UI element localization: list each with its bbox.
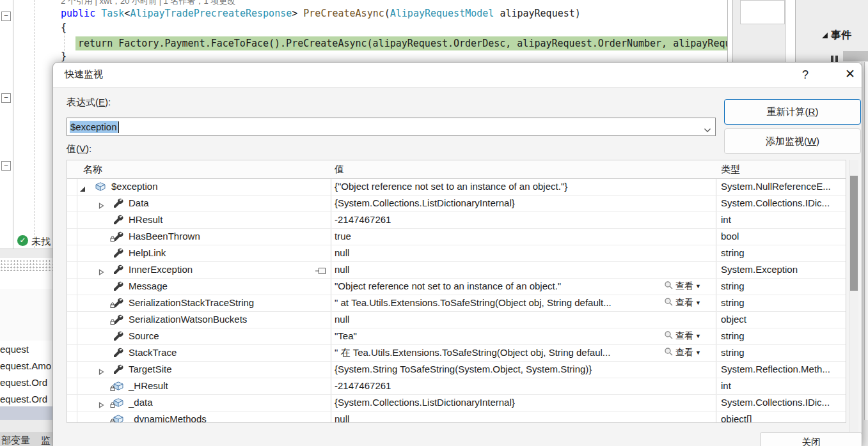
table-row[interactable]: StackTrace" 在 Tea.Utils.Extensions.ToSaf… [67,344,846,362]
member-type: object [721,314,845,325]
field-icon [113,397,125,408]
member-value[interactable]: -2147467261 [335,380,662,391]
lock-icon [110,399,115,410]
member-name: InnerException [129,264,193,275]
member-value[interactable]: "Object reference not set to an instance… [335,281,662,291]
code-line-signature[interactable]: public Task<AlipayTradePrecreateResponse… [61,8,581,19]
table-row[interactable]: _dynamicMethodsnullobject[] [67,411,846,423]
member-type: string [721,297,845,308]
window-tabs[interactable]: 部变量 监 [1,434,51,446]
table-row[interactable]: HResult-2147467261int [67,211,846,229]
expand-arrow-icon[interactable] [98,266,104,277]
view-button[interactable]: 查看▼ [664,330,714,342]
header-name[interactable]: 名称 [83,164,102,176]
member-value[interactable]: {System.Collections.ListDictionaryIntern… [335,397,662,408]
view-button-label: 查看 [675,347,693,358]
member-value[interactable]: -2147467261 [335,214,662,225]
dropdown-arrow-icon[interactable]: ▼ [695,350,701,356]
member-type: bool [721,231,845,242]
editor-scrollbar[interactable] [727,0,733,62]
member-value[interactable]: " 在 Tea.Utils.Extensions.ToSafeString(Ob… [335,347,662,359]
scrollbar-thumb[interactable] [850,176,858,291]
view-button[interactable]: 查看▼ [664,296,714,309]
wrench-icon [113,348,125,358]
exception-icon [95,181,107,192]
expression-label: 表达式(E): [67,96,111,109]
locals-row[interactable]: equest.Ord [0,394,52,406]
selected-row[interactable] [0,406,52,420]
table-header: 名称 值 类型 [67,160,846,179]
view-button[interactable]: 查看▼ [664,346,714,359]
expand-arrow-icon[interactable] [98,399,104,410]
dropdown-arrow-icon[interactable]: ▼ [695,333,701,339]
dropdown-arrow-icon[interactable]: ▼ [695,300,701,306]
member-name: StackTrace [129,347,177,358]
magnifier-icon [664,297,674,309]
collapse-arrow-icon[interactable] [79,183,86,194]
status-text: 未找 [31,236,51,248]
member-name: _data [129,397,153,408]
member-type: System.NullReferenceE... [721,181,845,192]
locals-row[interactable]: equest.Amo [0,360,52,373]
table-row[interactable]: Data{System.Collections.ListDictionaryIn… [67,195,846,212]
member-value[interactable]: null [335,314,662,325]
table-row[interactable]: _data{System.Collections.ListDictionaryI… [67,394,846,411]
expand-arrow-icon[interactable] [98,200,104,211]
member-value[interactable]: null [335,413,662,423]
code-fold-icon[interactable]: − [1,161,11,171]
member-value[interactable]: null [335,264,662,275]
help-button[interactable]: ? [796,66,814,84]
chevron-down-icon[interactable] [704,124,711,135]
member-value[interactable]: {System.String ToSafeString(System.Objec… [335,364,662,374]
code-line-return[interactable]: return Factory.Payment.FaceToFace().PreC… [78,38,789,49]
locals-row[interactable]: equest [0,344,52,357]
dropdown-arrow-icon[interactable]: ▼ [695,283,701,289]
header-value[interactable]: 值 [335,164,344,176]
close-icon[interactable]: ✕ [840,65,860,84]
code-line-close-brace[interactable]: } [61,50,67,62]
panel-splitter[interactable] [785,0,796,62]
reevaluate-button[interactable]: 重新计算(R) [724,99,861,125]
table-row[interactable]: InnerExceptionnullSystem.Exception [67,261,846,279]
wrench-icon [113,198,125,209]
codelens-info[interactable]: 2 个引用 | xwt，20 小时前 | 1 名作者，1 项更改 [61,0,235,7]
member-value[interactable]: "Tea" [335,330,662,341]
locals-row[interactable]: equest.Ord [0,377,52,390]
member-value[interactable]: true [335,231,662,242]
pin-icon[interactable] [315,266,327,277]
table-row[interactable]: Message"Object reference not set to an i… [67,278,846,295]
panel-scrollbar[interactable] [864,62,868,420]
member-value[interactable]: {"Object reference not set to an instanc… [335,181,662,192]
member-value[interactable]: null [335,247,662,258]
table-row[interactable]: SerializationWatsonBucketsnullobject [67,311,846,328]
member-value[interactable]: " at Tea.Utils.Extensions.ToSafeString(O… [335,297,662,308]
events-section-header[interactable]: 事件 [821,29,851,42]
wrench-icon [113,331,125,342]
table-row[interactable]: HelpLinknullstring [67,245,846,262]
table-row[interactable]: TargetSite{System.String ToSafeString(Sy… [67,361,846,378]
table-row[interactable]: Source"Tea"查看▼string [67,328,846,345]
expression-input[interactable]: $exception [67,118,716,136]
member-type: string [721,347,845,358]
lock-icon [110,316,115,327]
member-value[interactable]: {System.Collections.ListDictionaryIntern… [335,197,662,208]
table-scrollbar[interactable] [849,160,858,440]
member-name: Source [129,330,159,341]
indent-guide [34,0,35,248]
code-fold-icon[interactable]: − [1,93,11,103]
table-row[interactable]: SerializationStackTraceString" at Tea.Ut… [67,295,846,312]
member-type: System.Exception [721,264,845,275]
member-type: int [721,380,845,391]
expression-value: $exception [70,121,118,133]
code-line-open-brace[interactable]: { [61,22,67,33]
table-row[interactable]: _HResult-2147467261int [67,378,846,395]
close-button[interactable]: 关闭 [760,432,862,446]
table-row[interactable]: HasBeenThrowntruebool [67,228,846,245]
dialog-titlebar[interactable] [53,63,862,88]
view-button[interactable]: 查看▼ [664,280,714,293]
add-watch-button[interactable]: 添加监视(W) [724,128,861,154]
header-type[interactable]: 类型 [721,164,740,176]
expand-arrow-icon[interactable] [98,366,104,377]
code-fold-icon[interactable]: − [1,12,11,21]
table-row[interactable]: $exception{"Object reference not set to … [67,178,846,196]
